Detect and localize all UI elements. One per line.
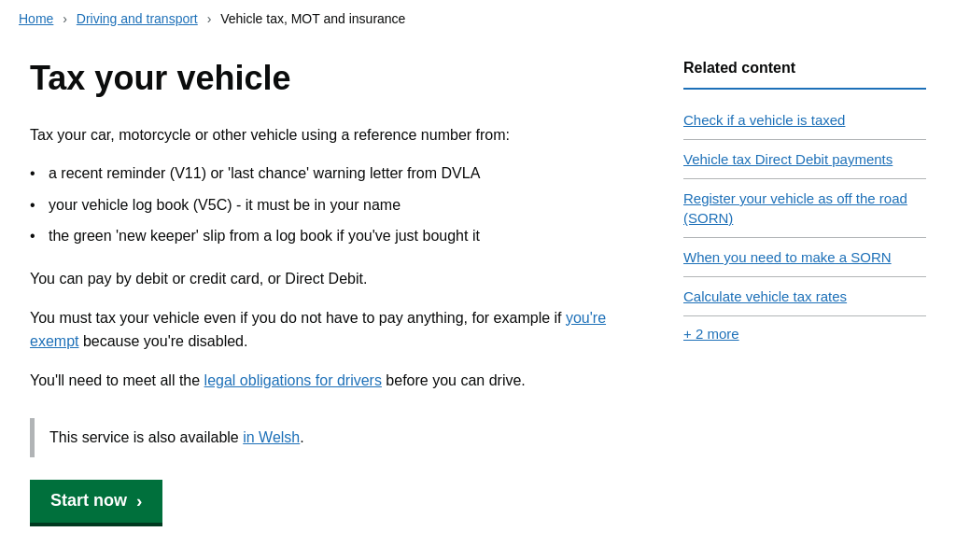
sidebar-link-item: When you need to make a SORN: [683, 238, 926, 277]
callout-text: This service is also available in Welsh.: [49, 426, 631, 450]
breadcrumb-separator-1: ›: [63, 11, 67, 26]
list-item: a recent reminder (V11) or 'last chance'…: [30, 161, 646, 186]
welsh-link[interactable]: in Welsh: [243, 429, 300, 445]
must-tax-text-after: because you're disabled.: [78, 333, 247, 349]
sidebar-link-check-taxed[interactable]: Check if a vehicle is taxed: [683, 101, 926, 139]
welsh-callout: This service is also available in Welsh.: [30, 418, 646, 457]
breadcrumb: Home › Driving and transport › Vehicle t…: [19, 0, 937, 41]
legal-text-before: You'll need to meet all the: [30, 372, 204, 388]
breadcrumb-separator-2: ›: [207, 11, 212, 26]
list-item: the green 'new keeper' slip from a log b…: [30, 224, 646, 248]
sidebar-link-item: Check if a vehicle is taxed: [683, 101, 926, 140]
start-button-label: Start now: [50, 491, 127, 511]
sidebar-title: Related content: [683, 60, 926, 90]
list-item: your vehicle log book (V5C) - it must be…: [30, 193, 646, 217]
related-content-sidebar: Related content Check if a vehicle is ta…: [683, 60, 926, 526]
intro-paragraph: Tax your car, motorcycle or other vehicl…: [30, 123, 646, 147]
sidebar-link-item: Vehicle tax Direct Debit payments: [683, 140, 926, 179]
callout-after: .: [300, 429, 303, 445]
sidebar-link-direct-debit[interactable]: Vehicle tax Direct Debit payments: [683, 140, 926, 178]
payment-paragraph: You can pay by debit or credit card, or …: [30, 267, 646, 291]
sidebar-link-item: Register your vehicle as off the road (S…: [683, 179, 926, 238]
callout-before: This service is also available: [49, 429, 243, 445]
start-now-button[interactable]: Start now ›: [30, 480, 162, 526]
sidebar-link-sorn-when[interactable]: When you need to make a SORN: [683, 238, 926, 276]
reference-list: a recent reminder (V11) or 'last chance'…: [30, 161, 646, 248]
legal-link[interactable]: legal obligations for drivers: [204, 372, 382, 388]
legal-paragraph: You'll need to meet all the legal obliga…: [30, 369, 646, 393]
content-area: Tax your vehicle Tax your car, motorcycl…: [30, 60, 646, 526]
must-tax-paragraph: You must tax your vehicle even if you do…: [30, 306, 646, 354]
page-title: Tax your vehicle: [30, 60, 646, 97]
breadcrumb-current: Vehicle tax, MOT and insurance: [220, 11, 405, 26]
breadcrumb-section[interactable]: Driving and transport: [77, 11, 198, 26]
sidebar-link-list: Check if a vehicle is taxed Vehicle tax …: [683, 101, 926, 316]
arrow-icon: ›: [136, 491, 142, 511]
must-tax-text-before: You must tax your vehicle even if you do…: [30, 310, 566, 326]
sidebar-link-sorn-register[interactable]: Register your vehicle as off the road (S…: [683, 179, 926, 237]
breadcrumb-home[interactable]: Home: [19, 11, 53, 26]
sidebar-link-tax-rates[interactable]: Calculate vehicle tax rates: [683, 277, 926, 315]
more-links[interactable]: + 2 more: [683, 316, 926, 351]
main-layout: Tax your vehicle Tax your car, motorcycl…: [30, 41, 926, 526]
legal-text-after: before you can drive.: [382, 372, 526, 388]
sidebar-link-item: Calculate vehicle tax rates: [683, 277, 926, 316]
